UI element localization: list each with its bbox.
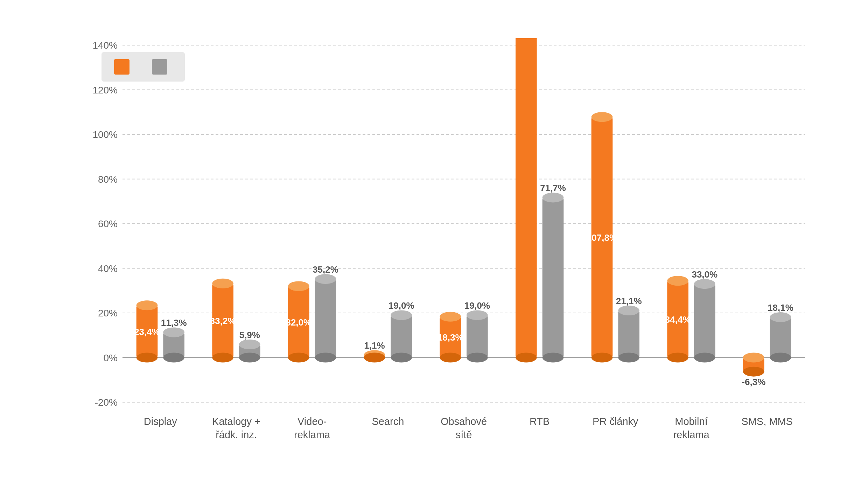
legend-item-orange xyxy=(114,59,134,75)
svg-point-28 xyxy=(212,278,233,288)
svg-text:34,4%: 34,4% xyxy=(665,314,691,324)
svg-rect-71 xyxy=(542,197,564,357)
svg-point-43 xyxy=(315,352,336,362)
chart-area: 140%120%100%80%60%40%20%0%-20%23,4%11,3%… xyxy=(77,38,822,465)
svg-text:reklama: reklama xyxy=(673,429,709,440)
svg-point-100 xyxy=(770,312,791,322)
svg-text:60%: 60% xyxy=(98,218,118,229)
svg-rect-41 xyxy=(315,279,336,357)
svg-text:Mobilní: Mobilní xyxy=(675,416,708,427)
svg-point-101 xyxy=(770,352,791,362)
svg-point-49 xyxy=(364,352,385,362)
svg-point-81 xyxy=(618,305,639,315)
svg-rect-60 xyxy=(467,315,488,357)
svg-rect-66 xyxy=(516,38,537,357)
svg-point-77 xyxy=(592,112,613,122)
svg-text:Display: Display xyxy=(144,416,177,427)
svg-text:Search: Search xyxy=(372,416,404,427)
svg-text:33,0%: 33,0% xyxy=(692,269,718,280)
chart-container: 140%120%100%80%60%40%20%0%-20%23,4%11,3%… xyxy=(31,17,836,465)
svg-text:Video-: Video- xyxy=(298,416,327,427)
svg-point-57 xyxy=(440,312,461,321)
svg-point-87 xyxy=(667,352,688,362)
svg-text:33,2%: 33,2% xyxy=(210,315,236,326)
svg-text:40%: 40% xyxy=(98,263,118,274)
svg-text:Obsahové: Obsahové xyxy=(441,416,487,427)
svg-point-39 xyxy=(288,352,309,362)
legend-swatch-gray xyxy=(152,59,167,75)
svg-text:20%: 20% xyxy=(98,308,118,319)
svg-point-19 xyxy=(136,300,158,310)
svg-text:35,2%: 35,2% xyxy=(313,264,338,275)
svg-point-23 xyxy=(163,327,184,337)
svg-text:5,9%: 5,9% xyxy=(239,329,260,340)
svg-point-33 xyxy=(239,352,260,362)
svg-point-58 xyxy=(440,352,461,362)
svg-text:80%: 80% xyxy=(98,174,118,184)
svg-text:1,1%: 1,1% xyxy=(364,340,385,351)
svg-text:Katalogy +: Katalogy + xyxy=(212,416,260,427)
svg-text:11,3%: 11,3% xyxy=(161,317,187,328)
svg-point-96 xyxy=(743,352,764,362)
svg-rect-99 xyxy=(770,317,791,357)
svg-point-32 xyxy=(239,339,260,349)
svg-text:71,7%: 71,7% xyxy=(540,183,566,193)
svg-point-90 xyxy=(694,279,715,289)
svg-text:PR články: PR články xyxy=(593,416,638,427)
svg-text:120%: 120% xyxy=(92,84,118,95)
svg-text:107,8%: 107,8% xyxy=(587,232,617,243)
svg-text:reklama: reklama xyxy=(294,429,330,440)
svg-point-38 xyxy=(288,281,309,291)
svg-point-52 xyxy=(391,310,412,320)
svg-point-82 xyxy=(618,352,639,362)
svg-point-61 xyxy=(467,310,488,320)
svg-point-53 xyxy=(391,352,412,362)
svg-text:RTB: RTB xyxy=(530,416,550,427)
legend-swatch-orange xyxy=(114,59,130,75)
svg-text:19,0%: 19,0% xyxy=(388,300,414,311)
svg-text:SMS, MMS: SMS, MMS xyxy=(741,416,793,427)
svg-point-73 xyxy=(542,352,564,362)
svg-text:18,3%: 18,3% xyxy=(438,332,463,343)
svg-rect-80 xyxy=(618,310,639,357)
svg-point-78 xyxy=(592,352,613,362)
svg-point-42 xyxy=(315,274,336,284)
svg-point-97 xyxy=(743,366,764,376)
svg-text:19,0%: 19,0% xyxy=(464,300,490,311)
legend xyxy=(102,52,185,82)
svg-point-86 xyxy=(667,276,688,286)
svg-text:100%: 100% xyxy=(92,129,118,140)
svg-text:23,4%: 23,4% xyxy=(134,326,160,337)
svg-text:-6,3%: -6,3% xyxy=(742,376,765,387)
svg-text:32,0%: 32,0% xyxy=(286,317,312,327)
svg-point-72 xyxy=(542,193,564,202)
svg-text:18,1%: 18,1% xyxy=(768,302,793,313)
svg-point-24 xyxy=(163,352,184,362)
svg-rect-51 xyxy=(391,315,412,357)
svg-text:řádk. inz.: řádk. inz. xyxy=(216,429,257,440)
svg-point-20 xyxy=(136,352,158,362)
svg-text:-20%: -20% xyxy=(95,397,118,408)
svg-text:sítě: sítě xyxy=(456,429,472,440)
svg-rect-89 xyxy=(694,284,715,357)
legend-item-gray xyxy=(152,59,172,75)
svg-point-62 xyxy=(467,352,488,362)
svg-point-91 xyxy=(694,352,715,362)
svg-point-68 xyxy=(516,352,537,362)
svg-text:140%: 140% xyxy=(92,40,118,51)
svg-point-29 xyxy=(212,352,233,362)
svg-text:0%: 0% xyxy=(104,352,118,363)
svg-text:21,1%: 21,1% xyxy=(616,295,642,306)
